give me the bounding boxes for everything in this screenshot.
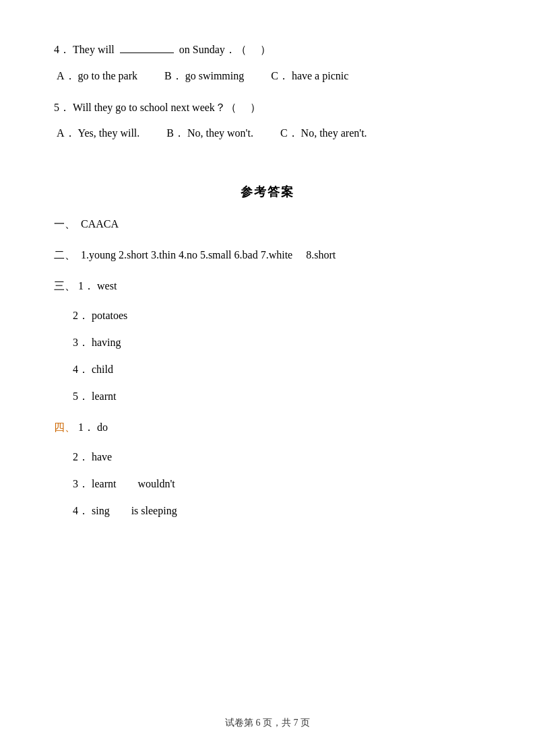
option-5a-letter: A． <box>57 124 75 143</box>
question-4-option-c: C． have a picnic <box>271 67 348 86</box>
answer-er: 二、 1.young 2.short 3.thin 4.no 5.small 6… <box>54 244 481 266</box>
question-5: 5． Will they go to school next week？（ ） … <box>54 98 481 144</box>
option-b-text: go swimming <box>185 67 245 86</box>
san-num-3: 3． <box>73 332 89 353</box>
si-text-3: learnt wouldn't <box>92 473 175 495</box>
answer-san-2: 2． potatoes <box>54 305 481 327</box>
option-a-text: go to the park <box>78 67 137 86</box>
si-text-4: sing is sleeping <box>92 500 177 522</box>
answer-yi: 一、 CAACA <box>54 213 481 235</box>
san-num-4: 4． <box>73 359 89 380</box>
question-5-options: A． Yes, they will. B． No, they won't. C．… <box>54 124 481 143</box>
question-5-option-b: B． No, they won't. <box>166 124 253 143</box>
question-4-after: on Sunday．（ <box>179 40 247 60</box>
si-text-1: do <box>97 417 108 438</box>
san-text-1: west <box>97 275 117 297</box>
san-text-5: learnt <box>92 386 116 407</box>
option-5c-letter: C． <box>280 124 298 143</box>
san-text-3: having <box>92 332 121 353</box>
question-4-options: A． go to the park B． go swimming C． have… <box>54 67 481 86</box>
si-num-1: 1． <box>78 417 94 438</box>
answer-si-1: 1． do <box>78 417 108 438</box>
option-5c-text: No, they aren't. <box>301 124 367 143</box>
question-4-line: 4． They will on Sunday．（ ） <box>54 40 481 60</box>
option-b-letter: B． <box>164 67 183 86</box>
question-4-text: They will <box>73 40 115 60</box>
page-footer: 试卷第 6 页，共 7 页 <box>0 717 535 729</box>
option-c-letter: C． <box>271 67 289 86</box>
si-num-2: 2． <box>73 446 89 468</box>
si-num-4: 4． <box>73 500 89 522</box>
san-text-4: child <box>92 359 113 380</box>
san-num-2: 2． <box>73 305 89 327</box>
question-4: 4． They will on Sunday．（ ） A． go to the … <box>54 40 481 86</box>
answer-yi-content: CAACA <box>81 218 119 230</box>
question-5-paren: ） <box>239 98 261 118</box>
answer-san-1: 1． west <box>78 275 117 297</box>
question-5-option-a: A． Yes, they will. <box>57 124 139 143</box>
question-4-blank <box>120 53 174 53</box>
option-5b-letter: B． <box>166 124 185 143</box>
footer-text: 试卷第 6 页，共 7 页 <box>225 718 310 728</box>
answer-title: 参考答案 <box>54 184 481 200</box>
question-4-option-b: B． go swimming <box>164 67 244 86</box>
option-5b-text: No, they won't. <box>187 124 253 143</box>
question-5-text: Will they go to school next week？（ <box>73 98 237 118</box>
answer-yi-label: 一、 <box>54 218 75 230</box>
answer-san-label: 三、 <box>54 275 75 297</box>
question-4-number: 4． <box>54 40 70 60</box>
answer-si-4: 4． sing is sleeping <box>54 500 481 522</box>
san-num-5: 5． <box>73 386 89 407</box>
question-5-number: 5． <box>54 98 70 118</box>
question-5-option-c: C． No, they aren't. <box>280 124 367 143</box>
san-text-2: potatoes <box>92 305 127 327</box>
si-text-2: have <box>92 446 112 468</box>
answer-er-content: 1.young 2.short 3.thin 4.no 5.small 6.ba… <box>81 249 336 261</box>
option-a-letter: A． <box>57 67 75 86</box>
answer-er-label: 二、 <box>54 249 75 261</box>
question-4-option-a: A． go to the park <box>57 67 137 86</box>
answer-san-4: 4． child <box>54 359 481 380</box>
question-4-paren: ） <box>249 40 271 60</box>
si-num-3: 3． <box>73 473 89 495</box>
option-5a-text: Yes, they will. <box>78 124 140 143</box>
san-num-1: 1． <box>78 275 94 297</box>
answer-si-3: 3． learnt wouldn't <box>54 473 481 495</box>
answer-san-5: 5． learnt <box>54 386 481 407</box>
answer-si-label: 四、 <box>54 417 75 438</box>
answer-san-3: 3． having <box>54 332 481 353</box>
answer-san: 三、 1． west 2． potatoes 3． having 4． chil… <box>54 275 481 407</box>
page-container: 4． They will on Sunday．（ ） A． go to the … <box>0 0 535 756</box>
question-5-line: 5． Will they go to school next week？（ ） <box>54 98 481 118</box>
answer-si: 四、 1． do 2． have 3． learnt wouldn't 4． s… <box>54 417 481 522</box>
option-c-text: have a picnic <box>292 67 348 86</box>
answer-si-2: 2． have <box>54 446 481 468</box>
